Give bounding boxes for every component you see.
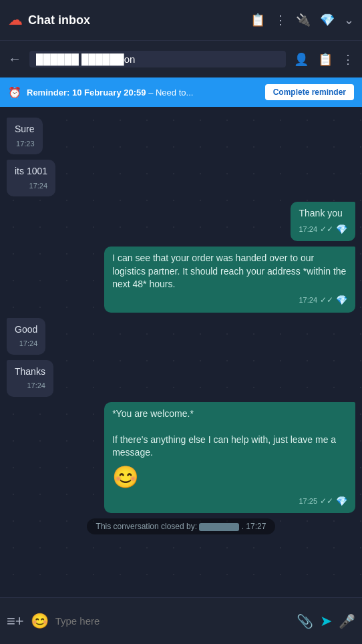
- contact-icon[interactable]: 👤: [294, 52, 309, 67]
- message-text: Good: [15, 323, 37, 337]
- top-bar: ☁ Chat inbox 📋 ⋮ 🔌 💎 ⌄: [0, 0, 362, 40]
- chat-header: ← ██████ ██████on 👤 📋 ⋮: [0, 40, 362, 77]
- message-text: *You are welcome.* If there's anything e…: [112, 408, 347, 492]
- reminder-text: Reminder: 10 February 20:59 – Need to...: [27, 88, 260, 98]
- message-time: 17:24: [299, 295, 317, 305]
- diamond-status-icon: 💎: [336, 223, 347, 236]
- message-row: Thanks 17:24: [7, 360, 355, 397]
- back-button[interactable]: ←: [8, 51, 21, 67]
- message-time: 17:24: [19, 339, 38, 349]
- input-bar: ≡+ 😊 📎 ➤ 🎤: [0, 597, 362, 644]
- chat-header-actions: 👤 📋 ⋮: [294, 52, 354, 67]
- diamond-status-icon: 💎: [336, 495, 347, 508]
- emoji-button[interactable]: 😊: [31, 613, 49, 630]
- contact-name: ██████ ██████on: [29, 51, 286, 67]
- message-time: 17:23: [16, 139, 35, 149]
- message-row: I can see that your order was handed ove…: [7, 247, 355, 312]
- message-time: 17:24: [27, 381, 45, 391]
- clipboard-icon[interactable]: 📋: [250, 13, 265, 27]
- plugin-icon[interactable]: 🔌: [296, 13, 311, 27]
- tick-icon: ✓✓: [320, 295, 333, 306]
- chevron-down-icon[interactable]: ⌄: [344, 13, 354, 27]
- bubble-sent: I can see that your order was handed ove…: [104, 247, 355, 312]
- bubble-sent: *You are welcome.* If there's anything e…: [104, 402, 355, 514]
- attach-button[interactable]: 📎: [297, 613, 313, 629]
- tick-icon: ✓✓: [320, 496, 333, 507]
- message-text: Thanks: [15, 365, 45, 379]
- bubble-received: Thanks 17:24: [7, 360, 53, 397]
- message-text: I can see that your order was handed ove…: [112, 252, 347, 291]
- chat-area: Sure 17:23 its 1001 17:24 Thank you 17:2…: [0, 107, 362, 597]
- message-text: Sure: [15, 123, 35, 136]
- mic-button[interactable]: 🎤: [339, 613, 355, 629]
- message-row: *You are welcome.* If there's anything e…: [7, 402, 355, 514]
- send-button[interactable]: ➤: [320, 613, 332, 630]
- emoji-icon: 😊: [112, 462, 347, 492]
- diamond-status-icon: 💎: [336, 294, 347, 307]
- message-row: Sure 17:23: [7, 118, 355, 154]
- message-time: 17:24: [299, 224, 317, 234]
- message-input[interactable]: [55, 615, 290, 627]
- message-time: 17:24: [29, 181, 48, 191]
- more-icon[interactable]: ⋮: [342, 52, 354, 67]
- message-row: Thank you 17:24 ✓✓ 💎: [7, 202, 355, 241]
- tick-icon: ✓✓: [320, 224, 333, 235]
- app-title: Chat inbox: [28, 13, 245, 27]
- bubble-received: Good 17:24: [7, 318, 45, 355]
- message-text: Thank you: [299, 207, 347, 220]
- system-message: This conversation closed by: . 17:27: [87, 518, 276, 534]
- more-options-icon[interactable]: ⋮: [275, 13, 287, 27]
- notes-icon[interactable]: 📋: [318, 52, 333, 67]
- message-row: its 1001 17:24: [7, 160, 355, 196]
- add-button[interactable]: ≡+: [7, 613, 24, 630]
- bubble-received: its 1001 17:24: [7, 160, 55, 196]
- diamond-icon[interactable]: 💎: [320, 13, 335, 27]
- complete-reminder-button[interactable]: Complete reminder: [265, 84, 354, 100]
- app-logo-icon: ☁: [8, 11, 23, 29]
- reminder-bar: ⏰ Reminder: 10 February 20:59 – Need to.…: [0, 77, 362, 107]
- message-time: 17:25: [299, 496, 317, 506]
- top-bar-icons: 📋 ⋮ 🔌 💎 ⌄: [250, 13, 354, 27]
- system-message-row: This conversation closed by: . 17:27: [7, 518, 355, 534]
- reminder-icon: ⏰: [8, 86, 21, 99]
- bubble-sent: Thank you 17:24 ✓✓ 💎: [291, 202, 355, 241]
- message-row: Good 17:24: [7, 318, 355, 355]
- message-text: its 1001: [15, 165, 47, 178]
- bubble-received: Sure 17:23: [7, 118, 43, 154]
- redacted-name: [199, 523, 239, 531]
